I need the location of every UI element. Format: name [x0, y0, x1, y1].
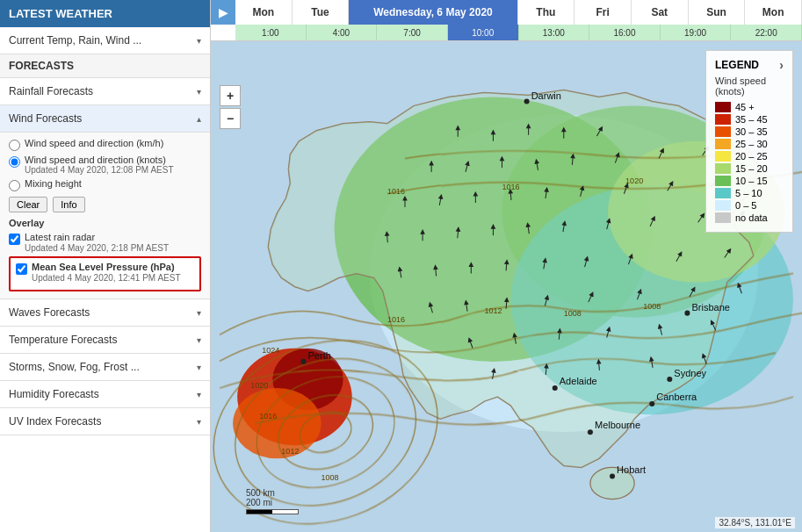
legend-item-5-10: 5 – 10 — [715, 188, 784, 198]
overlay-mslp: Mean Sea Level Pressure (hPa) Updated 4 … — [16, 262, 194, 283]
svg-point-151 — [553, 385, 558, 391]
wind-knots-updated: Updated 4 May 2020, 12:08 PM AEST — [25, 165, 174, 175]
hour-7[interactable]: 7:00 — [377, 25, 448, 40]
legend-label-10-15: 10 – 15 — [735, 176, 768, 186]
sidebar-item-wind[interactable]: Wind Forecasts ▴ — [0, 105, 210, 133]
rain-radar-text: Latest rain radar Updated 4 May 2020, 2:… — [25, 232, 169, 253]
map-area[interactable]: 1008 1012 1016 1020 1024 1016 1012 1008 … — [211, 41, 802, 532]
svg-text:Darwin: Darwin — [531, 90, 561, 101]
zoom-out-button[interactable]: − — [220, 108, 241, 129]
wind-kmh-label: Wind speed and direction (km/h) — [25, 138, 163, 148]
hour-16[interactable]: 16:00 — [589, 25, 661, 40]
hour-22[interactable]: 22:00 — [731, 25, 802, 40]
map-scale: 500 km 200 mi — [246, 488, 299, 514]
overlay-title: Overlay — [9, 218, 201, 228]
sidebar-current-item[interactable]: Current Temp, Rain, Wind ... ▾ — [0, 27, 210, 54]
map-controls: + − — [220, 85, 241, 131]
sidebar-item-rainfall[interactable]: Rainfall Forecasts ▾ — [0, 78, 210, 105]
legend-color-30-35 — [715, 126, 731, 137]
mslp-text: Mean Sea Level Pressure (hPa) Updated 4 … — [32, 262, 181, 283]
svg-text:Sydney: Sydney — [674, 368, 706, 378]
chevron-down-icon: ▾ — [197, 87, 201, 97]
day-fri[interactable]: Fri — [574, 0, 632, 25]
rain-radar-updated: Updated 4 May 2020, 2:18 PM AEST — [25, 243, 169, 253]
timeline-days: ▶ Mon Tue Wednesday, 6 May 2020 Thu Fri … — [211, 0, 802, 25]
legend-color-20-25 — [715, 151, 731, 162]
legend-item-10-15: 10 – 15 — [715, 176, 784, 186]
legend-panel: LEGEND › Wind speed(knots) 45 + 35 – 45 … — [705, 50, 793, 233]
svg-text:1008: 1008 — [564, 309, 582, 318]
legend-color-15-20 — [715, 163, 731, 174]
timeline-hours: 1:00 4:00 7:00 10:00 13:00 16:00 19:00 2… — [235, 25, 802, 40]
play-button[interactable]: ▶ — [211, 0, 235, 25]
zoom-in-button[interactable]: + — [220, 85, 241, 106]
svg-text:1020: 1020 — [625, 176, 643, 185]
svg-text:1016: 1016 — [387, 187, 405, 196]
legend-item-15-20: 15 – 20 — [715, 163, 784, 174]
wind-mixing-radio[interactable] — [9, 180, 20, 191]
wind-btn-row: Clear Info — [9, 197, 201, 212]
svg-text:Canberra: Canberra — [656, 392, 697, 402]
wind-option-knots: Wind speed and direction (knots) Updated… — [9, 155, 201, 175]
svg-text:1020: 1020 — [250, 381, 268, 390]
svg-text:Perth: Perth — [307, 350, 330, 361]
svg-point-8 — [233, 388, 321, 458]
hour-19[interactable]: 19:00 — [661, 25, 732, 40]
legend-arrow-icon[interactable]: › — [779, 58, 784, 72]
main-panel: ▶ Mon Tue Wednesday, 6 May 2020 Thu Fri … — [211, 0, 802, 532]
scale-bar — [246, 509, 299, 514]
svg-text:1016: 1016 — [259, 412, 277, 421]
legend-label-30-35: 30 – 35 — [735, 126, 768, 137]
legend-color-35-45 — [715, 114, 731, 125]
waves-label: Waves Forecasts — [9, 306, 90, 319]
svg-point-161 — [610, 473, 615, 478]
chevron-up-icon: ▴ — [197, 114, 201, 124]
hour-10[interactable]: 10:00 — [448, 25, 519, 40]
legend-item-35-45: 35 – 45 — [715, 114, 784, 125]
chevron-down-icon: ▾ — [197, 390, 201, 399]
sidebar-item-temperature[interactable]: Temperature Forecasts ▾ — [0, 327, 210, 354]
overlay-rain-radar: Latest rain radar Updated 4 May 2020, 2:… — [9, 232, 201, 253]
svg-text:1012: 1012 — [484, 306, 502, 315]
clear-button[interactable]: Clear — [9, 197, 47, 212]
info-button[interactable]: Info — [53, 197, 84, 212]
hour-4[interactable]: 4:00 — [307, 25, 378, 40]
legend-item-25-30: 25 – 30 — [715, 139, 784, 149]
sidebar-item-waves[interactable]: Waves Forecasts ▾ — [0, 299, 210, 327]
legend-label-25-30: 25 – 30 — [735, 139, 768, 149]
svg-point-147 — [524, 99, 530, 104]
wind-option-kmh: Wind speed and direction (km/h) — [9, 138, 201, 151]
svg-text:1024: 1024 — [262, 346, 279, 355]
forecasts-title: FORECASTS — [0, 54, 210, 78]
day-tue[interactable]: Tue — [293, 0, 350, 25]
chevron-down-icon: ▾ — [197, 335, 201, 345]
mslp-checkbox[interactable] — [16, 263, 27, 275]
sidebar-item-humidity[interactable]: Humidity Forecasts ▾ — [0, 381, 210, 408]
rain-radar-checkbox[interactable] — [9, 234, 20, 245]
mslp-box: Mean Sea Level Pressure (hPa) Updated 4 … — [9, 256, 201, 291]
legend-color-nodata — [715, 212, 731, 223]
storms-label: Storms, Snow, Fog, Frost ... — [9, 361, 140, 373]
hour-1[interactable]: 1:00 — [235, 25, 307, 40]
day-mon1[interactable]: Mon — [235, 0, 293, 25]
hour-13[interactable]: 13:00 — [519, 25, 590, 40]
day-sat[interactable]: Sat — [632, 0, 689, 25]
legend-subtitle: Wind speed(knots) — [715, 75, 784, 97]
overlay-section: Overlay Latest rain radar Updated 4 May … — [9, 218, 201, 291]
day-thu[interactable]: Thu — [518, 0, 575, 25]
chevron-down-icon: ▾ — [197, 308, 201, 318]
day-mon2[interactable]: Mon — [745, 0, 802, 25]
legend-label-0-5: 0 – 5 — [735, 200, 756, 211]
sidebar-item-uv[interactable]: UV Index Forecasts ▾ — [0, 408, 210, 435]
day-sun[interactable]: Sun — [689, 0, 746, 25]
day-wednesday[interactable]: Wednesday, 6 May 2020 — [349, 0, 517, 25]
sidebar-item-storms[interactable]: Storms, Snow, Fog, Frost ... ▾ — [0, 354, 210, 381]
wind-knots-radio[interactable] — [9, 156, 20, 168]
svg-text:1008: 1008 — [643, 302, 661, 311]
wind-kmh-radio[interactable] — [9, 140, 20, 151]
svg-point-159 — [684, 311, 690, 316]
rainfall-label: Rainfall Forecasts — [9, 85, 93, 97]
chevron-down-icon: ▾ — [197, 36, 201, 46]
wind-knots-label: Wind speed and direction (knots) Updated… — [25, 155, 174, 175]
wind-mixing-label: Mixing height — [25, 178, 82, 189]
